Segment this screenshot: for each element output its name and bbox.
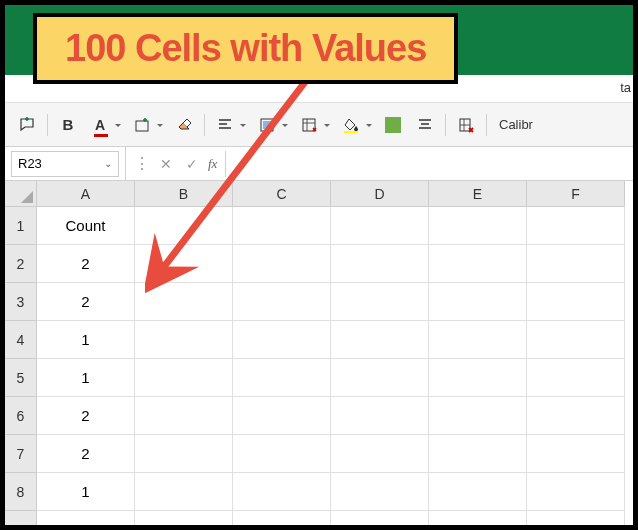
insert-cells-button[interactable]: [128, 111, 166, 139]
column-header[interactable]: C: [233, 181, 331, 207]
table-row: 2: [37, 435, 633, 473]
cell[interactable]: 1: [37, 473, 135, 511]
cell[interactable]: [135, 245, 233, 283]
column-header[interactable]: E: [429, 181, 527, 207]
cell[interactable]: [429, 473, 527, 511]
cell[interactable]: [429, 283, 527, 321]
cell[interactable]: [331, 435, 429, 473]
cell[interactable]: 2: [37, 435, 135, 473]
font-color-button[interactable]: A: [86, 111, 124, 139]
cell[interactable]: 2: [37, 397, 135, 435]
name-box[interactable]: R23 ⌄: [11, 151, 119, 177]
cancel-formula-button[interactable]: ✕: [156, 154, 176, 174]
cell[interactable]: [429, 245, 527, 283]
cell[interactable]: [331, 359, 429, 397]
cell[interactable]: 2: [37, 245, 135, 283]
cell[interactable]: [233, 435, 331, 473]
chevron-down-icon[interactable]: ⌄: [104, 158, 112, 169]
row-header[interactable]: 2: [5, 245, 37, 283]
row-header[interactable]: 8: [5, 473, 37, 511]
fx-label[interactable]: fx: [208, 156, 217, 172]
cell[interactable]: [233, 283, 331, 321]
cell[interactable]: [527, 359, 625, 397]
font-name-selector[interactable]: Calibr: [499, 117, 533, 132]
cell[interactable]: [135, 207, 233, 245]
cell[interactable]: 1: [37, 321, 135, 359]
cell[interactable]: [331, 321, 429, 359]
cell[interactable]: [527, 511, 625, 530]
cell[interactable]: [331, 245, 429, 283]
cell[interactable]: [233, 359, 331, 397]
cell[interactable]: 2: [37, 283, 135, 321]
cell[interactable]: [233, 207, 331, 245]
cell[interactable]: [135, 283, 233, 321]
more-icon[interactable]: ⋮: [134, 154, 150, 173]
delete-cells-button[interactable]: [452, 111, 480, 139]
cell[interactable]: [527, 473, 625, 511]
ribbon-tab-fragment[interactable]: ta: [620, 80, 631, 95]
row-header[interactable]: 4: [5, 321, 37, 359]
cell[interactable]: [527, 321, 625, 359]
cell[interactable]: [527, 207, 625, 245]
conditional-format-button[interactable]: [295, 111, 333, 139]
fill-color-button[interactable]: [337, 111, 375, 139]
cell[interactable]: [135, 359, 233, 397]
row-header[interactable]: 3: [5, 283, 37, 321]
cell[interactable]: Count: [37, 207, 135, 245]
cell[interactable]: [233, 473, 331, 511]
cell[interactable]: [135, 511, 233, 530]
cell[interactable]: [527, 397, 625, 435]
cell[interactable]: [331, 207, 429, 245]
cell[interactable]: [429, 397, 527, 435]
column-header[interactable]: B: [135, 181, 233, 207]
table-row: 2: [37, 245, 633, 283]
select-all-corner[interactable]: [5, 181, 37, 207]
row-header[interactable]: 1: [5, 207, 37, 245]
cell[interactable]: [527, 283, 625, 321]
accept-formula-button[interactable]: ✓: [182, 154, 202, 174]
table-row: 1: [37, 359, 633, 397]
bold-button[interactable]: B: [54, 111, 82, 139]
cell[interactable]: [429, 321, 527, 359]
column-header-row: ABCDEF: [5, 181, 633, 207]
cell[interactable]: [135, 321, 233, 359]
svg-rect-5: [344, 131, 358, 133]
annotation-text: 100 Cells with Values: [65, 27, 426, 70]
row-header[interactable]: 5: [5, 359, 37, 397]
cell[interactable]: [429, 207, 527, 245]
cell-fill-green[interactable]: [379, 111, 407, 139]
cell[interactable]: [331, 511, 429, 530]
cell[interactable]: [233, 245, 331, 283]
toolbar-separator: [445, 114, 446, 136]
borders-button[interactable]: [253, 111, 291, 139]
cell[interactable]: [233, 397, 331, 435]
row-header[interactable]: 7: [5, 435, 37, 473]
cell[interactable]: [135, 473, 233, 511]
cell[interactable]: [233, 511, 331, 530]
cell[interactable]: [429, 359, 527, 397]
cell[interactable]: [135, 435, 233, 473]
comment-button[interactable]: [13, 111, 41, 139]
column-header[interactable]: A: [37, 181, 135, 207]
cell[interactable]: [135, 397, 233, 435]
row-header[interactable]: 9: [5, 511, 37, 530]
align-button[interactable]: [211, 111, 249, 139]
row-header[interactable]: 6: [5, 397, 37, 435]
spreadsheet-grid: 123456789 Count22112212: [5, 207, 633, 530]
cell[interactable]: [233, 321, 331, 359]
clear-button[interactable]: [170, 111, 198, 139]
cell[interactable]: [429, 435, 527, 473]
cell[interactable]: [429, 511, 527, 530]
cell[interactable]: [527, 245, 625, 283]
cell[interactable]: [331, 473, 429, 511]
formula-bar-input[interactable]: [225, 151, 633, 177]
column-header[interactable]: F: [527, 181, 625, 207]
cell[interactable]: [331, 283, 429, 321]
column-header[interactable]: D: [331, 181, 429, 207]
cell[interactable]: 2: [37, 511, 135, 530]
table-row: 2: [37, 511, 633, 530]
cell[interactable]: [527, 435, 625, 473]
cell[interactable]: [331, 397, 429, 435]
cell[interactable]: 1: [37, 359, 135, 397]
center-align-button[interactable]: [411, 111, 439, 139]
